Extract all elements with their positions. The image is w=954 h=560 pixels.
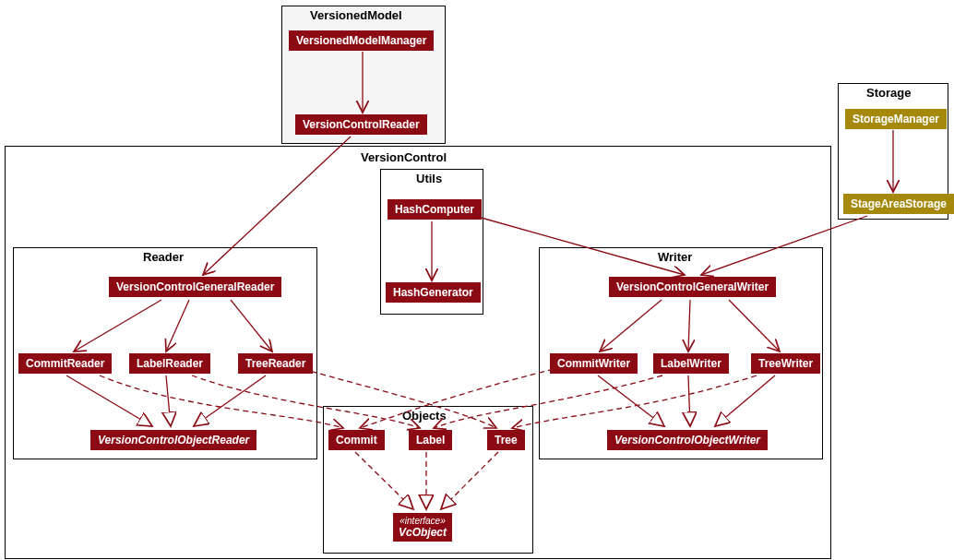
pkg-writer-title: Writer: [658, 250, 692, 264]
cls-versionedmodelmanager: VersionedModelManager: [289, 30, 434, 51]
pkg-storage-title: Storage: [866, 86, 911, 100]
pkg-utils-title: Utils: [416, 172, 442, 185]
cls-storagemanager: StorageManager: [845, 109, 947, 129]
pkg-versioncontrol-title: VersionControl: [361, 150, 447, 164]
cls-vcobject: «interface» VcObject: [393, 513, 452, 542]
cls-vcobjectreader: VersionControlObjectReader: [90, 430, 256, 450]
cls-hashgenerator: HashGenerator: [386, 282, 481, 303]
cls-vcgeneralwriter: VersionControlGeneralWriter: [609, 277, 776, 297]
cls-tree: Tree: [487, 430, 525, 450]
diagram-stage: VersionedModel Storage VersionControl Ut…: [0, 0, 954, 560]
cls-versioncontrolreader: VersionControlReader: [295, 114, 427, 135]
cls-commitreader: CommitReader: [18, 353, 112, 374]
cls-labelwriter: LabelWriter: [653, 353, 729, 374]
cls-treewriter: TreeWriter: [751, 353, 820, 374]
cls-vcobjectwriter: VersionControlObjectWriter: [607, 430, 768, 450]
cls-commit: Commit: [328, 430, 385, 450]
cls-label: Label: [409, 430, 452, 450]
pkg-versionedmodel-title: VersionedModel: [310, 8, 402, 22]
cls-stageareastorage: StageAreaStorage: [843, 194, 954, 214]
txt-interface-guillemets: «interface»: [399, 516, 447, 526]
cls-hashcomputer: HashComputer: [388, 199, 482, 220]
cls-vcgeneralreader: VersionControlGeneralReader: [109, 277, 281, 297]
pkg-reader-title: Reader: [143, 250, 184, 264]
cls-labelreader: LabelReader: [129, 353, 210, 374]
pkg-objects-title: Objects: [402, 409, 447, 423]
cls-commitwriter: CommitWriter: [550, 353, 638, 374]
txt-vcobject: VcObject: [399, 526, 447, 539]
cls-treereader: TreeReader: [238, 353, 313, 374]
